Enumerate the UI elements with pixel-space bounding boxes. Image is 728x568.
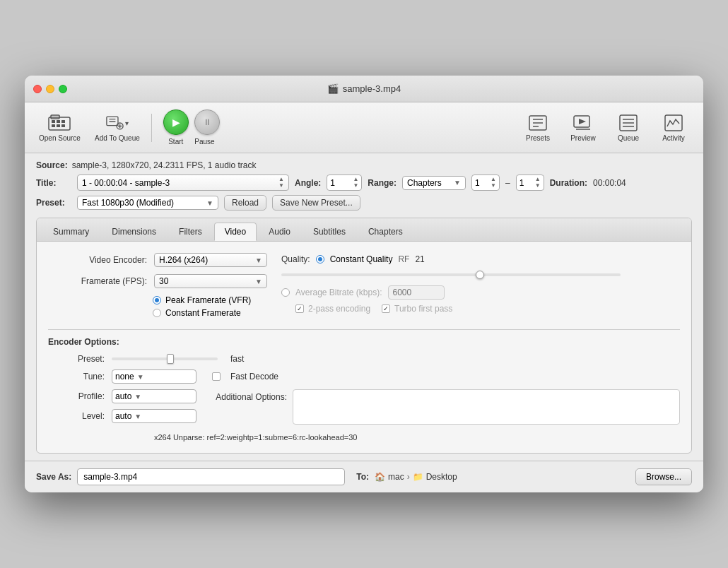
eo-preset-label: Preset: xyxy=(48,354,105,364)
tune-value: none xyxy=(115,372,134,381)
start-label: Start xyxy=(168,138,183,146)
constant-framerate-radio[interactable] xyxy=(153,309,161,317)
presets-label: Presets xyxy=(526,134,550,142)
browse-button[interactable]: Browse... xyxy=(635,468,692,485)
peak-radio-dot xyxy=(155,298,159,302)
presets-icon xyxy=(527,113,549,133)
eo-preset-slider[interactable] xyxy=(112,357,218,360)
tab-video[interactable]: Video xyxy=(214,223,257,241)
maximize-button[interactable] xyxy=(59,85,67,93)
presets-button[interactable]: Presets xyxy=(517,110,559,145)
titlebar: 🎬 sample-3.mp4 xyxy=(25,76,703,102)
peak-framerate-radio[interactable] xyxy=(153,296,161,304)
eo-tune-row: Tune: none ▼ Fast Decode xyxy=(48,369,680,384)
framerate-arrow: ▼ xyxy=(255,278,262,285)
open-source-icon xyxy=(48,113,71,133)
quality-slider[interactable] xyxy=(281,273,621,276)
range-to: 1 xyxy=(519,178,524,188)
turbo-check: ✓ xyxy=(383,305,389,312)
tab-audio[interactable]: Audio xyxy=(258,223,301,241)
two-pass-checkbox[interactable]: ✓ xyxy=(295,304,304,313)
tab-filters[interactable]: Filters xyxy=(168,223,213,241)
bottom-bar: Save As: To: 🏠 mac › 📁 Desktop Browse... xyxy=(25,461,703,492)
content-area: Source: sample-3, 1280x720, 24.2311 FPS,… xyxy=(25,153,703,461)
range-dash: – xyxy=(505,178,510,188)
eo-level-label: Level: xyxy=(48,411,105,421)
minimize-button[interactable] xyxy=(46,85,54,93)
traffic-lights xyxy=(33,85,67,93)
peak-framerate-label: Peak Framerate (VFR) xyxy=(165,295,251,305)
encoder-select[interactable]: H.264 (x264) ▼ xyxy=(154,253,267,267)
encoder-arrow: ▼ xyxy=(255,256,262,264)
turbo-label: Turbo first pass xyxy=(394,304,452,314)
encoder-row: Video Encoder: H.264 (x264) ▼ xyxy=(48,253,267,267)
tune-select[interactable]: none ▼ xyxy=(112,369,196,384)
preview-label: Preview xyxy=(570,134,596,142)
x264-unparse: x264 Unparse: ref=2:weightp=1:subme=6:rc… xyxy=(154,433,680,442)
tabs-panel: Summary Dimensions Filters Video Audio S… xyxy=(36,218,692,454)
angle-select[interactable]: 1 ▲ ▼ xyxy=(327,174,362,191)
range-select[interactable]: Chapters ▼ xyxy=(402,176,466,190)
two-pass-check: ✓ xyxy=(297,305,303,312)
preset-row: Preset: Fast 1080p30 (Modified) ▼ Reload… xyxy=(36,195,692,211)
window-title: 🎬 sample-3.mp4 xyxy=(327,83,401,94)
turbo-checkbox[interactable]: ✓ xyxy=(382,304,390,313)
preview-button[interactable]: Preview xyxy=(562,110,604,145)
turbo-row: ✓ Turbo first pass xyxy=(382,304,452,314)
tab-subtitles[interactable]: Subtitles xyxy=(303,223,356,241)
range-to-field[interactable]: 1 ▲ ▼ xyxy=(516,174,544,191)
save-new-preset-button[interactable]: Save New Preset... xyxy=(272,195,360,211)
profile-arrow: ▼ xyxy=(134,393,141,401)
profile-select[interactable]: auto ▼ xyxy=(112,389,196,403)
level-arrow: ▼ xyxy=(134,413,141,420)
range-label: Range: xyxy=(368,178,397,188)
level-value: auto xyxy=(115,411,131,421)
activity-button[interactable]: Activity xyxy=(652,110,695,145)
source-label: Source: xyxy=(36,160,68,170)
avg-bitrate-input[interactable] xyxy=(388,285,445,300)
profile-value: auto xyxy=(115,391,131,401)
queue-label: Queue xyxy=(618,134,639,142)
start-button[interactable]: ▶ xyxy=(163,110,189,135)
cq-radio-dot xyxy=(318,257,322,261)
title-select[interactable]: 1 - 00:00:04 - sample-3 ▲ ▼ xyxy=(77,174,289,191)
save-as-input[interactable] xyxy=(77,468,345,485)
encoder-label: Video Encoder: xyxy=(48,255,147,265)
constant-quality-radio[interactable] xyxy=(316,255,324,264)
left-settings: Video Encoder: H.264 (x264) ▼ Framerate … xyxy=(48,253,267,322)
fast-decode-label: Fast Decode xyxy=(230,372,278,381)
range-from-field[interactable]: 1 ▲ ▼ xyxy=(471,174,500,191)
tab-dimensions[interactable]: Dimensions xyxy=(101,223,167,241)
open-source-button[interactable]: Open Source xyxy=(33,110,86,145)
constant-framerate-row: Constant Framerate xyxy=(153,308,267,318)
pause-button[interactable]: ⏸ xyxy=(194,110,220,135)
add-to-queue-button[interactable]: ▾ Add To Queue xyxy=(89,110,146,145)
duration-label: Duration: xyxy=(550,178,587,188)
angle-value: 1 xyxy=(330,178,335,188)
svg-rect-6 xyxy=(57,124,60,127)
encoder-options-label: Encoder Options: xyxy=(48,337,680,347)
path-chevron: › xyxy=(407,472,410,482)
avg-bitrate-radio[interactable] xyxy=(281,288,290,297)
eo-profile-row: Profile: auto ▼ xyxy=(48,389,196,403)
tab-summary[interactable]: Summary xyxy=(42,223,100,241)
rf-value: 21 xyxy=(415,254,424,264)
framerate-select[interactable]: 30 ▼ xyxy=(154,274,267,288)
preset-select[interactable]: Fast 1080p30 (Modified) ▼ xyxy=(77,196,218,210)
tab-chapters[interactable]: Chapters xyxy=(358,223,413,241)
reload-button[interactable]: Reload xyxy=(224,195,266,211)
close-button[interactable] xyxy=(33,85,42,93)
tune-arrow: ▼ xyxy=(137,373,144,381)
file-icon: 🎬 xyxy=(327,83,339,94)
queue-button[interactable]: Queue xyxy=(607,110,650,145)
profile-level-section: Profile: auto ▼ Level: auto ▼ xyxy=(48,389,196,429)
right-toolbar: Presets Preview xyxy=(517,110,695,145)
fast-decode-checkbox[interactable] xyxy=(212,372,221,381)
constant-quality-label: Constant Quality xyxy=(330,254,393,264)
constant-framerate-label: Constant Framerate xyxy=(165,308,241,318)
additional-options-input[interactable] xyxy=(293,389,680,425)
range-value: Chapters xyxy=(407,178,442,188)
level-select[interactable]: auto ▼ xyxy=(112,409,196,423)
eo-profile-label: Profile: xyxy=(48,391,105,401)
pause-icon: ⏸ xyxy=(203,117,211,127)
